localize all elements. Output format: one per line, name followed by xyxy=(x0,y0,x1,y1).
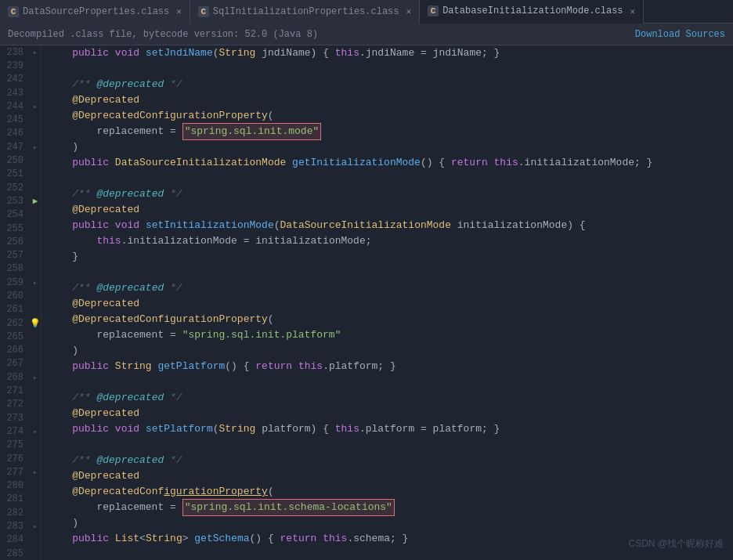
gutter-row-274: 274 ▸ xyxy=(0,425,41,438)
fold-icon-268[interactable]: ▸ xyxy=(30,373,41,382)
gutter-row-239: 239 xyxy=(0,59,41,72)
gutter-row-267: 267 xyxy=(0,357,41,370)
gutter-row-245: 245 xyxy=(0,113,41,126)
code-line-257: /** @deprecated */ xyxy=(48,280,733,296)
gutter-row-255: 255 xyxy=(0,222,41,235)
info-bar: Decompiled .class file, bytecode version… xyxy=(0,23,733,45)
code-line-261: ) xyxy=(48,343,733,359)
fold-icon-277[interactable]: ▸ xyxy=(30,468,41,477)
tab-label-datasource: DataSourceProperties.class xyxy=(23,6,169,17)
fold-icon-274[interactable]: ▸ xyxy=(30,427,41,436)
gutter-row-272: 272 xyxy=(0,398,41,411)
gutter-row-285: 285 xyxy=(0,547,41,560)
tab-sqlinit[interactable]: C SqlInitializationProperties.class ✕ xyxy=(190,0,420,23)
code-line-246: ) xyxy=(48,139,733,155)
gutter-row-273: 273 xyxy=(0,411,41,425)
gutter-row-250: 250 xyxy=(0,154,41,167)
code-line-256 xyxy=(48,265,733,280)
gutter-row-261: 261 xyxy=(0,303,41,316)
code-line-276: ) xyxy=(48,515,733,531)
code-line-245: replacement = "spring.sql.init.mode" xyxy=(48,124,733,139)
gutter-row-257: 257 xyxy=(0,248,41,262)
code-line-275: replacement = "spring.sql.init.schema-lo… xyxy=(48,500,733,515)
code-line-244: @DeprecatedConfigurationProperty( xyxy=(48,108,733,124)
gutter-row-268: 268 ▸ xyxy=(0,370,41,384)
line-number-gutter: 238 ▸ 239 242 243 244 ▸ 245 246 247 xyxy=(0,45,42,560)
code-line-238: public void setJndiName(String jndiName)… xyxy=(48,45,733,61)
tab-label-sqlinit: SqlInitializationProperties.class xyxy=(213,6,399,17)
warning-icon-262[interactable]: 💡 xyxy=(30,318,41,328)
gutter-row-252: 252 xyxy=(0,181,41,194)
code-line-274: @DeprecatedConfigurationProperty( xyxy=(48,484,733,500)
tab-class-icon-datasource: C xyxy=(8,6,19,17)
code-line-254: this.initializationMode = initialization… xyxy=(48,233,733,249)
download-sources-link[interactable]: Download Sources xyxy=(635,29,725,40)
tab-label-dbinit: DatabaseInitializationMode.class xyxy=(442,5,623,16)
gutter-row-253: 253 ▶ xyxy=(0,194,41,208)
gutter-row-276: 276 xyxy=(0,452,41,465)
watermark: CSDN @找个昵称好难 xyxy=(628,537,724,551)
gutter-row-244: 244 ▸ xyxy=(0,99,41,113)
code-line-265 xyxy=(48,374,733,390)
gutter-row-259: 259 ▸ xyxy=(0,276,41,289)
gutter-row-243: 243 xyxy=(0,86,41,99)
decompiled-info: Decompiled .class file, bytecode version… xyxy=(8,29,318,40)
tab-dbinit[interactable]: C DatabaseInitializationMode.class ✕ xyxy=(420,0,644,23)
code-line-251: /** @deprecated */ xyxy=(48,186,733,202)
code-line-250 xyxy=(48,171,733,186)
code-line-259: @DeprecatedConfigurationProperty( xyxy=(48,312,733,327)
code-line-252: @Deprecated xyxy=(48,202,733,218)
gutter-row-281: 281 xyxy=(0,493,41,506)
gutter-row-262: 262 💡 xyxy=(0,316,41,330)
code-line-243: @Deprecated xyxy=(48,92,733,108)
tab-class-icon-sqlinit: C xyxy=(198,6,209,17)
code-line-268: public void setPlatform(String platform)… xyxy=(48,421,733,437)
code-line-267: @Deprecated xyxy=(48,406,733,421)
gutter-row-265: 265 xyxy=(0,330,41,343)
code-line-239 xyxy=(48,61,733,77)
fold-icon-244[interactable]: ▸ xyxy=(30,102,41,111)
tab-close-datasource[interactable]: ✕ xyxy=(176,6,182,16)
gutter-row-238: 238 ▸ xyxy=(0,45,41,59)
gutter-row-271: 271 xyxy=(0,384,41,397)
gutter-row-256: 256 xyxy=(0,235,41,248)
code-line-262: public String getPlatform() { return thi… xyxy=(48,359,733,374)
gutter-row-260: 260 xyxy=(0,289,41,302)
gutter-row-277: 277 ▸ xyxy=(0,465,41,479)
code-lines: public void setJndiName(String jndiName)… xyxy=(48,45,733,560)
tab-bar: C DataSourceProperties.class ✕ C SqlInit… xyxy=(0,0,733,23)
gutter-row-246: 246 xyxy=(0,127,41,140)
gutter-row-266: 266 xyxy=(0,344,41,357)
gutter-row-258: 258 xyxy=(0,262,41,276)
code-line-247: public DataSourceInitializationMode getI… xyxy=(48,155,733,171)
tab-datasource[interactable]: C DataSourceProperties.class ✕ xyxy=(0,0,190,23)
gutter-row-254: 254 xyxy=(0,208,41,222)
code-line-242: /** @deprecated */ xyxy=(48,77,733,92)
code-area: 238 ▸ 239 242 243 244 ▸ 245 246 247 xyxy=(0,45,733,560)
gutter-row-280: 280 xyxy=(0,479,41,493)
tab-close-dbinit[interactable]: ✕ xyxy=(630,6,636,16)
code-line-272: /** @deprecated */ xyxy=(48,453,733,468)
code-line-253: public void setInitializationMode(DataSo… xyxy=(48,218,733,233)
gutter-row-284: 284 xyxy=(0,533,41,547)
tab-class-icon-dbinit: C xyxy=(428,5,439,16)
code-line-266: /** @deprecated */ xyxy=(48,390,733,406)
code-line-260: replacement = "spring.sql.init.platform" xyxy=(48,327,733,343)
run-icon-253[interactable]: ▶ xyxy=(30,196,41,206)
fold-icon-283[interactable]: ▸ xyxy=(30,522,41,531)
code-line-255: } xyxy=(48,249,733,265)
fold-icon-238[interactable]: ▸ xyxy=(30,48,41,57)
code-line-271 xyxy=(48,437,733,453)
gutter-row-251: 251 xyxy=(0,168,41,181)
gutter-row-282: 282 xyxy=(0,506,41,519)
tab-close-sqlinit[interactable]: ✕ xyxy=(406,6,412,16)
code-content: public void setJndiName(String jndiName)… xyxy=(42,45,733,560)
code-line-273: @Deprecated xyxy=(48,468,733,484)
gutter-row-283: 283 ▸ xyxy=(0,519,41,533)
fold-icon-247[interactable]: ▸ xyxy=(30,143,41,152)
gutter-row-275: 275 xyxy=(0,439,41,452)
fold-icon-259[interactable]: ▸ xyxy=(30,278,41,287)
code-line-258: @Deprecated xyxy=(48,296,733,312)
gutter-row-242: 242 xyxy=(0,73,41,86)
gutter-row-247: 247 ▸ xyxy=(0,140,41,154)
